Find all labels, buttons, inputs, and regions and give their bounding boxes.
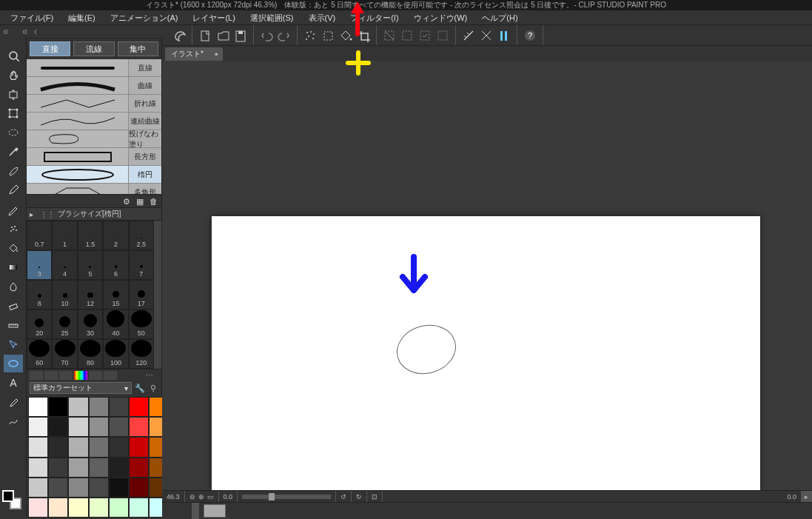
brush-size-80[interactable]: 80 [78,339,103,369]
canvas[interactable] [212,216,760,490]
color-swatch[interactable] [28,437,48,457]
wrench-icon[interactable]: 🔧 [135,383,145,393]
tool-eraser[interactable] [4,297,23,315]
brush-size-1[interactable]: 1 [52,221,77,250]
undo-button[interactable] [258,27,275,44]
foreground-color-swatch[interactable] [2,490,14,502]
tool-move-layer[interactable] [4,85,23,103]
tool-brush[interactable] [4,162,23,180]
rot-cw-icon[interactable]: ↻ [352,491,367,502]
chevron-left-icon[interactable]: « [19,25,31,37]
color-swatch[interactable] [89,458,109,478]
brush-size-6[interactable]: 6 [103,250,128,280]
zoom-out-icon[interactable]: ⊖ [189,493,195,500]
tool-pen[interactable] [4,181,23,199]
help-button[interactable]: ? [522,27,538,44]
clip-studio-button[interactable] [171,27,187,44]
color-swatch[interactable] [89,417,109,437]
brush-size-120[interactable]: 120 [129,339,154,369]
subtool-ellipse[interactable]: 楕円 [27,166,161,184]
tool-text[interactable]: A [4,374,23,392]
panel-opts-icon[interactable]: ⋯ [145,371,158,380]
color-swatch[interactable] [68,437,88,457]
color-swatch[interactable] [48,458,68,478]
brush-size-30[interactable]: 30 [78,309,103,339]
tool-fill[interactable] [4,239,23,257]
brush-size-10[interactable]: 10 [52,280,77,309]
subtool-curve[interactable]: 曲線 [27,77,161,95]
tool-ruler[interactable] [4,316,23,334]
save-button[interactable] [232,27,249,44]
zoom-in-icon[interactable]: ⊕ [198,493,204,500]
color-swatch[interactable] [48,397,68,417]
color-swatch[interactable] [89,397,109,417]
brush-size-60[interactable]: 60 [27,339,52,369]
color-swatch[interactable] [68,498,88,518]
chevron-single-left-icon[interactable]: ‹ [31,25,41,37]
color-swatch[interactable] [109,417,129,437]
scrollbar-thumb[interactable] [192,503,199,519]
brush-size-12[interactable]: 12 [78,280,103,309]
color-swatch[interactable] [28,498,48,518]
rotation-slider[interactable] [238,491,336,502]
subtool-line[interactable]: 直線 [27,59,161,77]
brush-size-5[interactable]: 5 [78,250,103,280]
brush-size-7[interactable]: 7 [129,250,154,280]
rot-reset-icon[interactable]: ⊡ [367,491,383,502]
menu-レイヤー(L)[interactable]: レイヤー(L) [185,10,242,25]
foreground-background-color[interactable] [2,490,21,509]
open-button[interactable] [215,27,231,44]
snap-ruler-button[interactable] [460,27,477,44]
brush-size-0.7[interactable]: 0.7 [27,221,52,250]
brush-size-100[interactable]: 100 [103,339,128,369]
color-set-dropdown[interactable]: 標準カラーセット▾ [30,382,132,394]
tool-arrow[interactable] [4,335,23,353]
color-swatch[interactable] [68,397,88,417]
tool-lasso[interactable] [4,124,23,141]
color-swatch[interactable] [89,437,109,457]
brush-size-15[interactable]: 15 [103,280,128,309]
rot-ccw-icon[interactable]: ↺ [336,491,352,502]
zoom-value[interactable]: 46.3 [162,491,185,502]
subtool-poly[interactable]: 折れ線 [27,95,161,113]
tool-wand[interactable] [4,143,23,161]
canvas-viewport[interactable] [162,61,812,490]
color-mix-tab[interactable] [59,371,73,380]
menu-ヘルプ(H)[interactable]: ヘルプ(H) [474,10,525,25]
color-swatch[interactable] [68,458,88,478]
color-slider-tab[interactable] [44,371,58,380]
clear-button[interactable] [302,27,318,44]
color-swatch[interactable] [109,437,129,457]
color-swatch[interactable] [129,458,149,478]
tool-prop-icon[interactable]: ⚙ [123,197,132,206]
tool-airbrush[interactable] [4,220,23,238]
brush-size-70[interactable]: 70 [52,339,77,369]
timeline-thumbnail[interactable] [204,504,226,518]
color-swatch[interactable] [109,397,129,417]
select-border-button[interactable] [434,27,451,44]
color-swatch[interactable] [28,417,48,437]
tool-blur[interactable] [4,278,23,295]
color-wheel-tab[interactable] [30,371,43,380]
tool-path[interactable] [4,412,23,430]
brush-size-3[interactable]: 3 [27,250,52,280]
menu-選択範囲(S)[interactable]: 選択範囲(S) [243,10,301,25]
subtool-rect[interactable]: 長方形 [27,148,161,166]
brush-size-4[interactable]: 4 [52,250,77,280]
scrollbar[interactable] [154,221,161,369]
color-swatch[interactable] [129,478,149,498]
color-swatch[interactable] [28,458,48,478]
subtool-tab-流線[interactable]: 流線 [73,41,114,56]
crop-button[interactable] [355,27,372,44]
brush-size-8[interactable]: 8 [27,280,52,309]
brushsize-panel-header[interactable]: ▸ ⋮⋮ ブラシサイズ[楕円] [27,207,161,221]
add-icon[interactable]: ▦ [136,197,145,206]
reselect-button[interactable] [417,27,433,44]
snap-grid-button[interactable] [496,27,512,44]
subtool-tab-集中[interactable]: 集中 [118,41,158,56]
color-int-tab[interactable] [104,371,117,380]
color-swatch[interactable] [129,498,149,518]
tool-hand[interactable] [4,66,23,84]
menu-フィルター(I)[interactable]: フィルター(I) [343,10,406,25]
brush-size-17[interactable]: 17 [129,280,154,309]
